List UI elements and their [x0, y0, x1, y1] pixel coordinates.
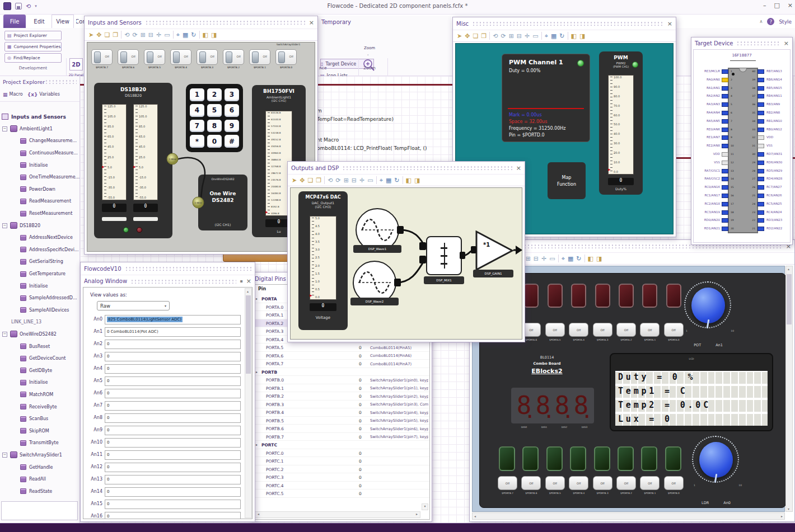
multi-select-icon[interactable]: ✥ — [465, 33, 470, 39]
zoom-in-icon[interactable]: ⊞ — [141, 32, 146, 38]
tree-item[interactable]: ContinuousMeasure... — [0, 147, 80, 159]
channel-value-field[interactable]: 0 — [105, 376, 241, 386]
rotate-icon[interactable]: ↻ — [576, 256, 581, 262]
pin-right[interactable] — [757, 202, 764, 206]
tree-item[interactable]: ChangeMeasureme... — [0, 135, 80, 147]
expand-icon[interactable]: − — [2, 453, 7, 458]
flip-vertical-icon[interactable]: ◨ — [211, 32, 217, 38]
tree-item[interactable]: TransmitByte — [0, 437, 80, 449]
pin-row-PORTC.2[interactable]: PORTC.20 — [254, 465, 429, 474]
tab-edit[interactable]: Edit — [29, 15, 49, 28]
pointer-icon[interactable]: ➤ — [88, 32, 93, 38]
horizontal-scrollbar[interactable]: ◂▸ — [255, 511, 420, 518]
toggle-switch[interactable]: Off — [249, 49, 270, 65]
channel-value-field[interactable]: 0 ComboBL0114(Pot ADC) — [105, 327, 241, 337]
tree-item[interactable]: ScanBus — [0, 413, 80, 425]
flip-horizontal-icon[interactable]: ◧ — [588, 256, 593, 262]
pin-left[interactable] — [722, 135, 728, 140]
horizontal-scrollbar[interactable]: ◂▸ — [472, 512, 785, 520]
multi-select-icon[interactable]: ✥ — [300, 177, 305, 183]
pan-icon[interactable]: ✛ — [525, 33, 530, 39]
pin-row-PORTB.1[interactable]: PORTB.10SwitchArraySlider1(pin1), keypad… — [254, 384, 429, 393]
view-mode-dropdown[interactable]: Raw▾ — [97, 301, 170, 310]
flip-vertical-icon[interactable]: ◨ — [596, 256, 602, 262]
tree-item[interactable]: GetTemperature — [0, 268, 80, 280]
dsp-mixer-component[interactable] — [426, 236, 462, 275]
zoom-out-icon[interactable]: ⊟ — [517, 33, 522, 39]
switch-knob[interactable] — [120, 51, 127, 63]
channel-value-field[interactable]: 0 — [105, 463, 241, 472]
pointer-icon[interactable]: ➤ — [292, 177, 297, 183]
pin-left[interactable] — [722, 194, 728, 198]
tree-group-ambientlight1[interactable]: −AmbientLight1 — [0, 123, 80, 135]
restore-button[interactable]: □ — [774, 2, 779, 9]
zoom-out-icon[interactable]: ⊟ — [352, 177, 357, 183]
channel-value-field[interactable]: 0 — [105, 475, 241, 484]
rotate-icon[interactable]: ↻ — [559, 33, 564, 39]
window-drag-dots[interactable] — [145, 20, 306, 25]
flip-horizontal-icon[interactable]: ◧ — [571, 33, 577, 39]
pin-left[interactable] — [722, 227, 728, 231]
flip-vertical-icon[interactable]: ◨ — [414, 177, 420, 183]
port-group-PORTB[interactable]: ▸PORTB — [254, 368, 429, 376]
pin-left[interactable] — [722, 86, 728, 91]
toggle-switch[interactable]: Off — [197, 49, 218, 65]
pin-row-PORTC.4[interactable]: PORTC.40 — [254, 482, 429, 490]
tree-item[interactable]: Initialise — [0, 280, 80, 292]
style-menu[interactable]: Style — [779, 19, 792, 25]
pin-left[interactable] — [722, 177, 728, 181]
pin-left[interactable] — [722, 102, 728, 107]
pin-right[interactable] — [757, 86, 764, 91]
pin-right[interactable] — [757, 169, 764, 173]
target-icon[interactable]: ⌖ — [562, 256, 565, 262]
explorer-tool-variables[interactable]: {x}Variables — [27, 92, 60, 97]
port-switch-$PORTB.0[interactable]: Off — [664, 476, 684, 490]
multi-select-icon[interactable]: ✥ — [96, 32, 101, 38]
tree-item[interactable]: AddressSpecificDevi... — [0, 244, 80, 256]
keypad-key-5[interactable]: 5 — [207, 104, 222, 117]
channel-value-field[interactable]: 0 — [105, 487, 241, 497]
switch-knob[interactable] — [147, 51, 153, 63]
tab-view[interactable]: View — [52, 15, 74, 28]
temperature-slider-2[interactable]: 125.0105.085.065.045.025.05.0-15.0-35.0-… — [133, 104, 158, 200]
copy-icon[interactable]: ❏ — [104, 32, 110, 38]
pin-right[interactable] — [757, 152, 764, 157]
ldr-knob[interactable]: 1 10 LDRAn0 — [685, 436, 747, 505]
rotate-icon[interactable]: ↻ — [191, 32, 196, 38]
minimize-button[interactable]: – — [763, 2, 766, 9]
port-switch-$PORTB.3[interactable]: Off — [593, 476, 612, 490]
switch-knob[interactable] — [173, 51, 180, 63]
port-group-PORTC[interactable]: ▸PORTC — [254, 441, 429, 449]
paste-icon[interactable]: ❐ — [316, 177, 321, 183]
help-icon[interactable]: ? — [767, 18, 774, 25]
keypad-key-*[interactable]: * — [190, 135, 204, 148]
pin-left[interactable] — [722, 169, 728, 173]
pin-left[interactable] — [722, 218, 728, 223]
pin-icon[interactable]: ▪ — [240, 279, 242, 284]
port-switch-$PORTA.2[interactable]: Off — [616, 323, 636, 337]
keypad-key-4[interactable]: 4 — [190, 104, 204, 117]
window-drag-dots[interactable] — [130, 279, 236, 284]
panel-drag-dots[interactable] — [45, 79, 77, 84]
component-properties-button[interactable]: ▦Component Properties — [4, 42, 62, 51]
red-led-icon[interactable] — [137, 227, 142, 233]
tree-group-ds18b20[interactable]: −DS18B20 — [0, 219, 80, 232]
vertical-scrollbar[interactable]: ▴ — [245, 288, 252, 518]
switch-knob[interactable] — [199, 51, 206, 63]
switch-knob[interactable] — [226, 51, 232, 63]
tab-file[interactable]: File — [3, 15, 26, 28]
pin-right[interactable] — [757, 94, 764, 98]
pwm-duty-slider[interactable]: 100.090.080.070.060.050.040.030.020.010.… — [608, 75, 634, 175]
pin-row-PORTA.7[interactable]: PORTA.70ComboBL0114(PinA7) — [254, 360, 429, 368]
pin-right[interactable] — [757, 78, 764, 82]
channel-value-field[interactable]: 0 — [105, 364, 241, 374]
pin-row-PORTB.5[interactable]: PORTB.50SwitchArraySlider1(pin5), keypad… — [254, 417, 429, 425]
pin-left[interactable] — [722, 185, 728, 190]
grid-icon[interactable]: ▦ — [551, 33, 556, 39]
zoom-in-icon[interactable]: ⊞ — [344, 177, 349, 183]
toggle-switch[interactable]: Off — [275, 49, 297, 65]
port-switch-$PORTB.1[interactable]: Off — [640, 476, 660, 490]
port-switch-$PORTB.7[interactable]: Off — [498, 476, 517, 490]
toggle-switch[interactable]: Off — [223, 49, 244, 65]
target-icon[interactable]: ⌖ — [380, 177, 383, 183]
